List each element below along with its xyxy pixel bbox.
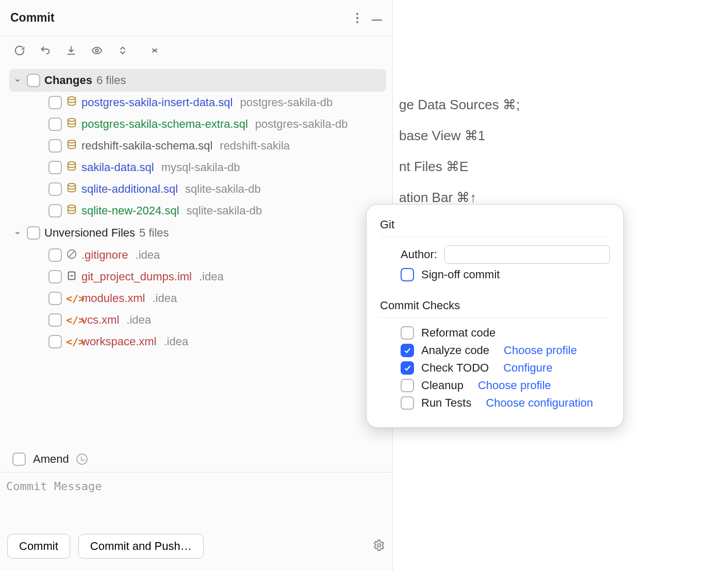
unversioned-checkbox[interactable] (27, 226, 40, 240)
cleanup-profile-link[interactable]: Choose profile (478, 379, 551, 392)
commit-button[interactable]: Commit (7, 534, 70, 559)
analyze-label: Analyze code (421, 344, 489, 357)
file-row[interactable]: </>modules.xml.idea (9, 288, 386, 309)
file-type-icon (66, 182, 77, 196)
cleanup-label: Cleanup (421, 379, 464, 392)
author-label: Author: (401, 248, 437, 261)
file-checkbox[interactable] (48, 182, 62, 196)
analyze-profile-link[interactable]: Choose profile (504, 344, 577, 357)
file-type-icon (66, 161, 77, 175)
todo-label: Check TODO (421, 361, 489, 375)
todo-configure-link[interactable]: Configure (503, 361, 552, 375)
file-type-icon (66, 248, 77, 262)
file-checkbox[interactable] (48, 204, 62, 217)
analyze-checkbox[interactable] (401, 344, 414, 357)
minimize-icon[interactable] (372, 20, 382, 21)
file-name: vcs.xml (81, 313, 119, 327)
commit-and-push-button[interactable]: Commit and Push… (78, 534, 204, 559)
popup-separator (380, 317, 610, 318)
history-icon[interactable] (76, 454, 88, 465)
file-checkbox[interactable] (48, 335, 62, 348)
file-name: sqlite-new-2024.sql (81, 204, 179, 217)
rollback-icon[interactable] (39, 44, 52, 57)
tests-label: Run Tests (421, 396, 471, 410)
tests-config-link[interactable]: Choose configuration (486, 396, 593, 410)
file-location: postgres-sakila-db (255, 118, 348, 131)
panel-header: Commit (0, 0, 392, 36)
cleanup-row: Cleanup Choose profile (380, 379, 610, 392)
file-row[interactable]: sqlite-additional.sqlsqlite-sakila-db (9, 178, 386, 200)
file-checkbox[interactable] (48, 96, 62, 109)
file-row[interactable]: </>vcs.xml.idea (9, 309, 386, 331)
file-location: .idea (152, 292, 177, 305)
amend-row: Amend (0, 446, 392, 472)
editor-hint-text: ation Bar ⌘↑ (399, 190, 476, 206)
tests-row: Run Tests Choose configuration (380, 396, 610, 410)
commit-message-input[interactable]: Commit Message (0, 472, 392, 534)
unversioned-label: Unversioned Files (44, 226, 135, 240)
file-checkbox[interactable] (48, 270, 62, 283)
signoff-row: Sign-off commit (380, 268, 610, 281)
editor-hint-text: base View ⌘1 (399, 128, 485, 144)
tests-checkbox[interactable] (401, 396, 414, 410)
expand-collapse-icon[interactable] (117, 44, 129, 57)
file-location: .idea (199, 270, 224, 283)
svg-point-1 (68, 96, 76, 99)
reformat-row: Reformat code (380, 326, 610, 340)
file-checkbox[interactable] (48, 139, 62, 153)
svg-point-0 (95, 49, 98, 52)
chevron-down-icon[interactable] (12, 229, 23, 237)
file-name: redshift-sakila-schema.sql (81, 139, 212, 153)
file-row[interactable]: redshift-sakila-schema.sqlredshift-sakil… (9, 135, 386, 157)
file-row[interactable]: </>workspace.xml.idea (9, 331, 386, 353)
changes-count: 6 files (96, 74, 126, 87)
more-options-icon[interactable] (356, 13, 358, 23)
group-by-icon[interactable] (148, 44, 161, 57)
changes-group[interactable]: Changes 6 files (9, 69, 386, 92)
file-checkbox[interactable] (48, 313, 62, 327)
file-type-icon (66, 139, 77, 153)
file-row[interactable]: sakila-data.sqlmysql-sakila-db (9, 157, 386, 178)
file-name: postgres-sakila-insert-data.sql (81, 96, 233, 109)
cleanup-checkbox[interactable] (401, 379, 414, 392)
file-location: .idea (163, 335, 188, 348)
panel-title: Commit (10, 11, 55, 25)
file-row[interactable]: .gitignore.idea (9, 244, 386, 266)
reformat-checkbox[interactable] (401, 326, 414, 340)
svg-point-3 (68, 140, 76, 143)
analyze-row: Analyze code Choose profile (380, 344, 610, 357)
refresh-icon[interactable] (13, 44, 26, 57)
file-name: git_project_dumps.iml (81, 270, 192, 283)
file-type-icon (66, 204, 77, 218)
file-checkbox[interactable] (48, 292, 62, 305)
file-type-icon (66, 118, 77, 131)
commit-bar: Commit Commit and Push… (0, 534, 392, 570)
signoff-label: Sign-off commit (421, 268, 500, 281)
changes-label: Changes (44, 74, 92, 87)
commit-tool-window: Commit Changes (0, 0, 393, 570)
file-checkbox[interactable] (48, 118, 62, 131)
changes-checkbox[interactable] (27, 74, 40, 87)
author-input[interactable] (444, 245, 610, 264)
file-row[interactable]: git_project_dumps.iml.idea (9, 266, 386, 288)
chevron-down-icon[interactable] (12, 77, 23, 84)
preview-diff-icon[interactable] (91, 44, 103, 57)
file-name: workspace.xml (81, 335, 156, 348)
file-checkbox[interactable] (48, 248, 62, 262)
file-name: postgres-sakila-schema-extra.sql (81, 118, 248, 131)
amend-label: Amend (33, 452, 69, 466)
file-row[interactable]: sqlite-new-2024.sqlsqlite-sakila-db (9, 200, 386, 222)
shelve-icon[interactable] (65, 44, 77, 57)
unversioned-group[interactable]: Unversioned Files 5 files (9, 222, 386, 244)
file-type-icon (66, 270, 77, 284)
file-checkbox[interactable] (48, 161, 62, 174)
todo-checkbox[interactable] (401, 361, 414, 375)
signoff-checkbox[interactable] (401, 268, 414, 281)
file-location: postgres-sakila-db (240, 96, 333, 109)
gear-icon[interactable] (373, 539, 385, 554)
file-row[interactable]: postgres-sakila-schema-extra.sqlpostgres… (9, 113, 386, 135)
amend-checkbox[interactable] (12, 452, 26, 466)
popup-separator (380, 237, 610, 237)
editor-hint-text: ge Data Sources ⌘; (399, 97, 520, 113)
file-row[interactable]: postgres-sakila-insert-data.sqlpostgres-… (9, 92, 386, 113)
